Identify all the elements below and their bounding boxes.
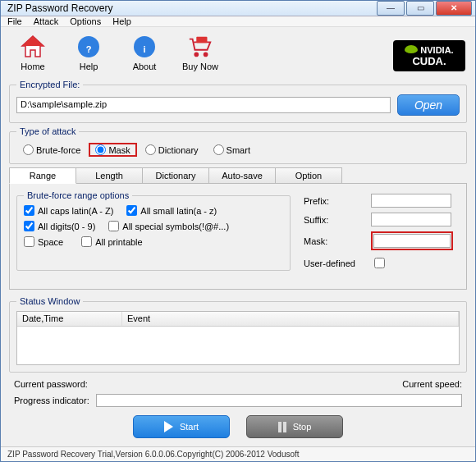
about-label: About [133,62,157,71]
col-event[interactable]: Event [122,312,459,326]
minimize-button[interactable]: — [377,1,405,16]
brute-range-legend: Brute-force range options [24,190,132,200]
checkbox-space-label: Space [38,237,63,247]
stop-button[interactable]: Stop [246,415,343,438]
checkbox-all-digits-label: All digits(0 - 9) [38,222,95,231]
brute-range-group: Brute-force range options All caps latin… [16,190,291,271]
home-icon [20,34,46,60]
tab-length[interactable]: Length [76,167,143,184]
menu-attack[interactable]: Attack [34,16,59,26]
prefix-input[interactable] [371,194,451,208]
menubar: File Attack Options Help [1,16,475,27]
mask-input[interactable] [373,234,451,248]
tab-pane-range: Brute-force range options All caps latin… [9,183,467,290]
svg-text:i: i [143,44,145,54]
svg-marker-1 [22,36,43,46]
help-icon: ? [76,34,102,60]
home-label: Home [21,62,44,71]
checkbox-all-special[interactable]: All special symbols(!@#...) [108,221,229,231]
titlebar: ZIP Password Recovery — ▭ ✕ [1,1,475,16]
window-title: ZIP Password Recovery [7,2,377,14]
checkbox-space[interactable]: Space [24,236,63,247]
menu-help[interactable]: Help [112,16,131,26]
checkbox-all-digits[interactable]: All digits(0 - 9) [24,221,95,231]
progress-bar [96,394,462,407]
status-window: Status Window Date,Time Event [9,296,467,373]
radio-brute-force-label: Brute-force [36,145,80,155]
status-table: Date,Time Event [16,311,460,365]
tab-option[interactable]: Option [275,167,342,184]
progress-label: Progress indicator: [14,396,89,405]
help-button[interactable]: ? Help [70,34,108,71]
radio-mask[interactable]: Mask [89,143,136,157]
content: Home ? Help i About Buy Now [1,27,475,446]
userdef-checkbox[interactable] [374,258,385,268]
nvidia-text: NVIDIA. [420,45,453,55]
radio-dictionary[interactable]: Dictionary [139,143,205,157]
cuda-text: CUDA. [412,55,446,67]
svg-point-7 [204,53,208,57]
userdef-label: User-defined [304,258,366,268]
maximize-button[interactable]: ▭ [406,1,434,16]
menu-options[interactable]: Options [70,16,101,26]
home-button[interactable]: Home [14,34,52,71]
radio-dictionary-label: Dictionary [158,145,199,155]
encrypted-file-legend: Encrypted File: [16,80,83,89]
radio-mask-label: Mask [108,145,130,155]
checkbox-all-small-label: All small latin(a - z) [140,206,217,216]
checkbox-all-printable-label: All printable [95,237,142,247]
pause-icon [278,422,286,432]
radio-brute-force[interactable]: Brute-force [16,143,87,157]
prefix-label: Prefix: [304,196,366,206]
suffix-input[interactable] [371,213,451,226]
checkbox-all-special-label: All special symbols(!@#...) [122,222,229,231]
suffix-label: Suffix: [304,215,366,225]
col-date-time[interactable]: Date,Time [17,312,122,326]
checkbox-all-small[interactable]: All small latin(a - z) [126,205,217,216]
tab-dictionary[interactable]: Dictionary [142,167,209,184]
attack-type-legend: Type of attack [16,126,79,136]
bottom-panel: Current password: Current speed: Progres… [9,376,467,443]
svg-rect-8 [196,37,207,43]
svg-text:?: ? [86,44,92,54]
stop-label: Stop [293,422,312,432]
start-label: Start [180,422,199,432]
menu-file[interactable]: File [7,16,22,26]
status-window-legend: Status Window [16,296,83,306]
nvidia-logo-icon [405,45,418,53]
about-button[interactable]: i About [126,34,163,71]
radio-smart-label: Smart [227,145,250,155]
help-label: Help [80,62,98,71]
play-icon [164,421,173,432]
nvidia-cuda-badge: NVIDIA. CUDA. [393,40,465,71]
current-password-label: Current password: [14,379,402,389]
buy-now-button[interactable]: Buy Now [181,34,219,71]
tab-range[interactable]: Range [9,167,76,184]
checkbox-all-printable[interactable]: All printable [81,236,142,247]
close-button[interactable]: ✕ [436,1,472,16]
open-button[interactable]: Open [397,94,460,116]
start-button[interactable]: Start [133,415,230,438]
mask-inputs: Prefix: Suffix: Mask: User-defined [304,190,460,271]
encrypted-file-path[interactable]: D:\sample\sample.zip [16,97,391,113]
attack-type-group: Type of attack Brute-force Mask Dictiona… [9,126,467,164]
mask-label: Mask: [304,236,366,246]
tab-autosave[interactable]: Auto-save [208,167,276,184]
footer: ZIP Password Recovery Trial,Version 6.0.… [1,446,475,461]
radio-smart[interactable]: Smart [207,143,257,157]
settings-tabs: Range Length Dictionary Auto-save Option… [9,167,467,290]
cart-icon [187,34,213,60]
checkbox-all-caps-label: All caps latin(A - Z) [38,206,113,216]
info-icon: i [131,34,158,60]
window: ZIP Password Recovery — ▭ ✕ File Attack … [0,0,476,462]
encrypted-file-group: Encrypted File: D:\sample\sample.zip Ope… [9,80,467,123]
svg-point-6 [194,53,199,57]
buy-now-label: Buy Now [182,62,218,71]
toolbar: Home ? Help i About Buy Now [9,32,467,76]
current-speed-label: Current speed: [402,379,462,389]
checkbox-all-caps[interactable]: All caps latin(A - Z) [24,205,113,216]
window-buttons: — ▭ ✕ [377,1,475,16]
